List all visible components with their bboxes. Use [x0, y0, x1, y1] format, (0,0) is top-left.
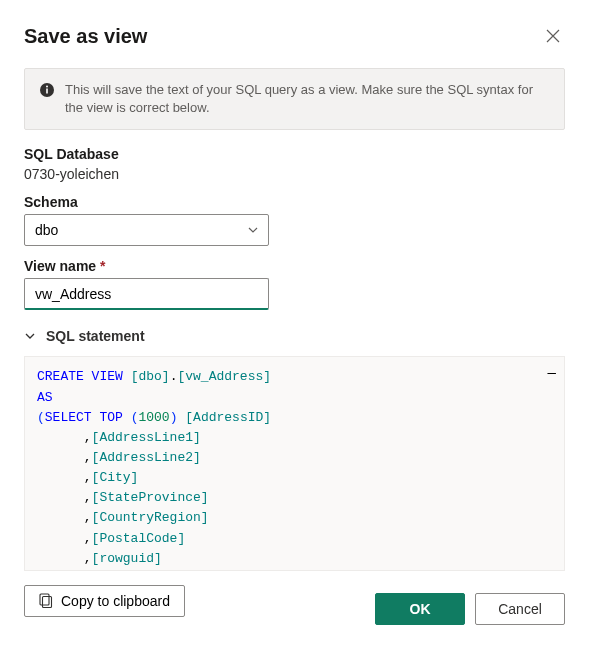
svg-point-1 [46, 86, 48, 88]
copy-icon [39, 593, 53, 609]
schema-field: Schema [24, 194, 565, 246]
copy-to-clipboard-button[interactable]: Copy to clipboard [24, 585, 185, 617]
svg-rect-2 [46, 89, 48, 94]
sql-statement-toggle[interactable]: SQL statement [24, 328, 565, 344]
dialog-title: Save as view [24, 25, 147, 48]
code-fold-icon[interactable]: — [548, 363, 554, 385]
dialog-header: Save as view [24, 24, 565, 48]
ok-button[interactable]: OK [375, 593, 465, 625]
dialog-footer: OK Cancel [375, 593, 565, 625]
copy-button-label: Copy to clipboard [61, 593, 170, 609]
database-value: 0730-yoleichen [24, 166, 565, 182]
view-name-label-text: View name [24, 258, 96, 274]
sql-statement-label: SQL statement [46, 328, 145, 344]
svg-rect-4 [40, 594, 49, 605]
svg-rect-3 [43, 597, 52, 608]
schema-label: Schema [24, 194, 565, 210]
required-indicator: * [100, 258, 105, 274]
schema-select[interactable] [24, 214, 269, 246]
view-name-label: View name * [24, 258, 565, 274]
chevron-down-icon [24, 330, 36, 342]
info-icon [39, 82, 55, 98]
view-name-input[interactable] [24, 278, 269, 310]
database-label: SQL Database [24, 146, 565, 162]
close-button[interactable] [541, 24, 565, 48]
view-name-field: View name * [24, 258, 565, 310]
database-field: SQL Database 0730-yoleichen [24, 146, 565, 182]
close-icon [546, 29, 560, 43]
info-banner: This will save the text of your SQL quer… [24, 68, 565, 130]
sql-code-viewer[interactable]: —CREATE VIEW [dbo].[vw_Address] AS (SELE… [24, 356, 565, 571]
cancel-button[interactable]: Cancel [475, 593, 565, 625]
info-text: This will save the text of your SQL quer… [65, 81, 550, 117]
